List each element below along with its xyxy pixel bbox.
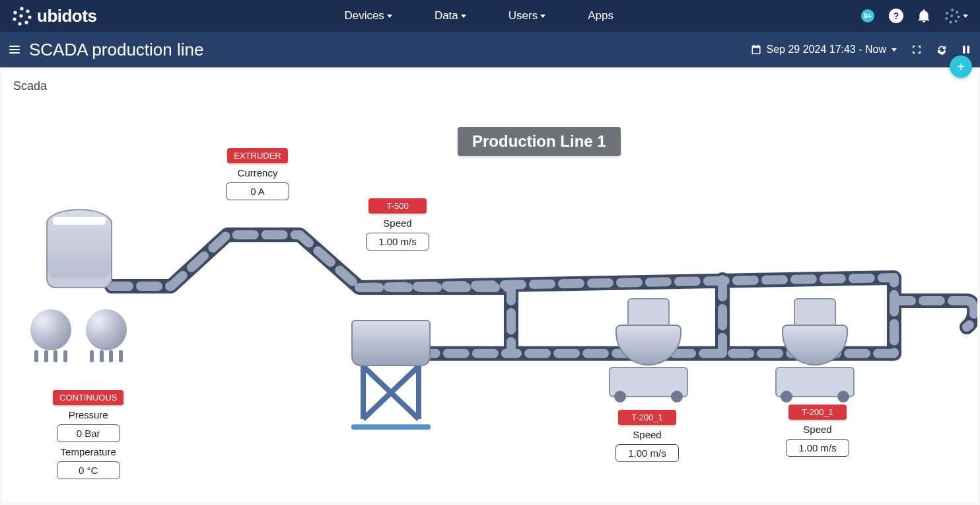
- svg-point-7: [19, 14, 22, 17]
- value-box: 1.00 m/s: [366, 233, 429, 251]
- nav-right: 9+ ?: [861, 8, 968, 24]
- var-label: Pressure: [69, 409, 108, 420]
- profile-icon: [944, 8, 960, 24]
- widget-t200-a[interactable]: T-200_1 Speed 1.00 m/s: [615, 410, 679, 462]
- nav-data[interactable]: Data: [435, 9, 466, 22]
- widget-continuous[interactable]: CONTINUOUS Pressure 0 Bar Temperature 0 …: [53, 390, 123, 479]
- bell-icon[interactable]: [918, 9, 930, 22]
- svg-rect-16: [963, 46, 965, 54]
- svg-point-6: [13, 11, 17, 14]
- sphere-tank-2: [83, 309, 129, 362]
- value-box: 1.00 m/s: [786, 439, 849, 457]
- var-label: Speed: [803, 424, 831, 435]
- svg-point-10: [958, 16, 960, 19]
- value-box: 1.00 m/s: [615, 444, 679, 462]
- help-icon[interactable]: ?: [889, 9, 903, 23]
- svg-point-4: [18, 22, 21, 25]
- device-badge: EXTRUDER: [227, 148, 288, 163]
- caret-down-icon: [387, 15, 392, 18]
- nav-devices-label: Devices: [344, 9, 384, 22]
- machine-t200-b: [775, 298, 855, 397]
- svg-rect-17: [967, 46, 970, 54]
- device-badge: CONTINUOUS: [53, 390, 123, 405]
- device-badge: T-200_1: [618, 410, 676, 425]
- menu-icon[interactable]: [9, 46, 20, 54]
- svg-point-11: [955, 20, 958, 22]
- notification-count-badge[interactable]: 9+: [861, 9, 874, 22]
- svg-point-1: [26, 9, 29, 13]
- widget-t500[interactable]: T-500 Speed 1.00 m/s: [366, 198, 429, 251]
- svg-point-2: [28, 15, 31, 19]
- canvas-title: Production Line 1: [458, 127, 621, 156]
- value-box: 0 Bar: [57, 424, 120, 442]
- var-label: Currency: [238, 167, 278, 178]
- breadcrumb: Scada: [13, 79, 47, 93]
- dashboard-canvas: Scada Production Line 1: [3, 70, 977, 502]
- pause-icon[interactable]: [962, 44, 971, 55]
- svg-point-5: [13, 17, 16, 20]
- value-box: 0 A: [226, 182, 289, 200]
- fullscreen-icon[interactable]: [911, 44, 922, 55]
- nav-devices[interactable]: Devices: [344, 9, 392, 22]
- mixer-tower: [351, 320, 431, 430]
- device-badge: T-500: [368, 198, 427, 214]
- value-box: 0 °C: [57, 461, 120, 479]
- caret-down-icon: [540, 15, 545, 18]
- calendar-icon: [751, 44, 761, 55]
- storage-tank: [46, 209, 112, 288]
- nav-users[interactable]: Users: [508, 9, 545, 22]
- caret-down-icon: [461, 15, 466, 18]
- top-nav: ubidots Devices Data Users Apps 9+ ?: [0, 0, 980, 32]
- dashboard-title: SCADA production line: [29, 40, 203, 60]
- nav-apps[interactable]: Apps: [588, 9, 613, 22]
- nav-apps-label: Apps: [588, 9, 613, 22]
- sphere-tank-1: [28, 309, 74, 362]
- device-badge: T-200_1: [788, 405, 847, 420]
- nav-data-label: Data: [435, 9, 458, 22]
- var-label: Temperature: [61, 446, 116, 457]
- date-range-picker[interactable]: Sep 29 2024 17:43 - Now: [751, 44, 897, 56]
- svg-point-8: [951, 9, 954, 11]
- widget-extruder[interactable]: EXTRUDER Currency 0 A: [226, 148, 289, 200]
- brand-name: ubidots: [37, 6, 96, 26]
- add-widget-button[interactable]: +: [950, 56, 972, 78]
- var-label: Speed: [633, 429, 661, 440]
- svg-point-13: [945, 17, 948, 20]
- svg-point-14: [946, 12, 948, 15]
- dashboard-subheader: SCADA production line Sep 29 2024 17:43 …: [0, 32, 980, 67]
- svg-point-3: [24, 20, 28, 24]
- profile-menu[interactable]: [944, 8, 968, 24]
- nav-center: Devices Data Users Apps: [96, 9, 861, 22]
- var-label: Speed: [383, 217, 411, 229]
- machine-t200-a: [609, 298, 688, 397]
- svg-point-12: [950, 21, 952, 24]
- caret-down-icon: [963, 15, 968, 18]
- date-range-text: Sep 29 2024 17:43 - Now: [767, 44, 886, 56]
- nav-users-label: Users: [508, 9, 538, 22]
- refresh-icon[interactable]: [936, 44, 947, 55]
- brand-logo[interactable]: ubidots: [12, 6, 96, 26]
- logo-dots-icon: [12, 6, 32, 26]
- widget-t200-b[interactable]: T-200_1 Speed 1.00 m/s: [786, 405, 849, 457]
- svg-point-9: [956, 11, 958, 14]
- svg-point-0: [20, 7, 23, 10]
- svg-point-15: [950, 15, 953, 17]
- caret-down-icon: [892, 48, 897, 52]
